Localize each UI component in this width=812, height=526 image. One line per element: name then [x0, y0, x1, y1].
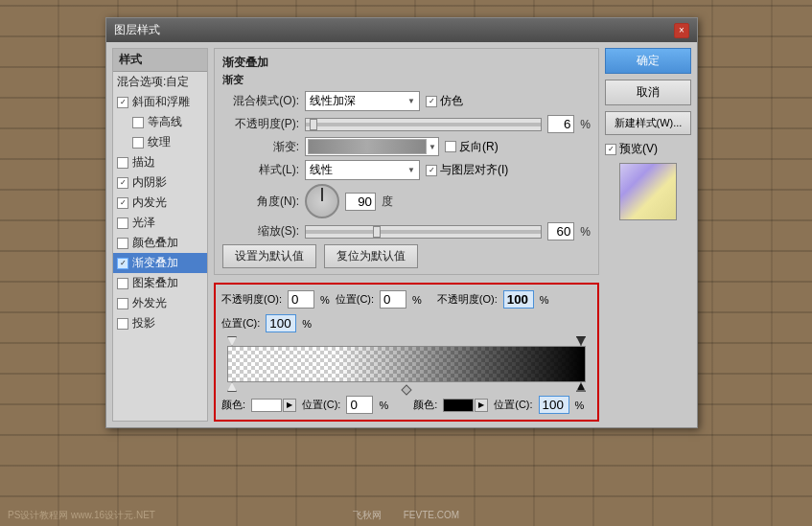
cancel-button[interactable]: 取消 — [605, 80, 691, 105]
grad-position-label-c1: 位置(C): — [336, 292, 374, 307]
grad-stop-bottom-right[interactable] — [576, 382, 586, 392]
grad-color-swatch2[interactable] — [443, 399, 474, 412]
drop-shadow-checkbox[interactable] — [117, 318, 128, 330]
style-value: 线性 — [310, 162, 333, 178]
grad-opacity-label1: 不透明度(O): — [221, 292, 282, 307]
sidebar-item-gradient-overlay[interactable]: 渐变叠加 — [113, 253, 207, 273]
angle-input[interactable]: 90 — [345, 193, 376, 211]
grad-bar-area — [227, 346, 586, 382]
sidebar-item-mixed[interactable]: 混合选项:自定 — [113, 72, 207, 92]
sidebar-item-drop-shadow[interactable]: 投影 — [113, 313, 207, 333]
subsection-title: 渐变 — [222, 73, 591, 87]
inner-glow-label: 内发光 — [132, 194, 167, 211]
grad-opacity-input-right[interactable]: 100 — [503, 290, 534, 309]
inner-shadow-label: 内阴影 — [132, 174, 167, 191]
blend-mode-dropdown[interactable]: 线性加深 ▼ — [305, 91, 420, 111]
new-style-button[interactable]: 新建样式(W)... — [605, 111, 691, 135]
mixed-label: 混合选项:自定 — [117, 74, 189, 90]
sidebar-item-texture[interactable]: 纹理 — [113, 132, 207, 152]
grad-color-label2: 颜色: — [413, 398, 437, 412]
reverse-label: 反向(R) — [459, 139, 499, 155]
bevel-label: 斜面和浮雕 — [132, 94, 190, 110]
gradient-overlay-checkbox[interactable] — [117, 258, 128, 269]
style-dropdown[interactable]: 线性 ▼ — [305, 160, 420, 180]
sidebar-item-contour[interactable]: 等高线 — [113, 112, 207, 132]
confirm-button[interactable]: 确定 — [605, 48, 691, 74]
button-row: 设置为默认值 复位为默认值 — [222, 244, 591, 268]
grad-position-input-b2[interactable]: 100 — [539, 396, 569, 414]
pattern-overlay-checkbox[interactable] — [117, 278, 128, 289]
sidebar-item-outer-glow[interactable]: 外发光 — [113, 293, 207, 313]
grad-opacity-input-left[interactable]: 0 — [288, 290, 314, 309]
gradient-selector[interactable]: ▼ — [305, 137, 439, 156]
outer-glow-checkbox[interactable] — [117, 298, 128, 309]
grad-stop-top-right[interactable] — [576, 336, 586, 346]
texture-label: 纹理 — [148, 134, 171, 150]
sidebar-item-color-overlay[interactable]: 颜色叠加 — [113, 233, 207, 253]
blend-mode-label: 混合模式(O): — [222, 93, 299, 109]
grad-color-arrow2[interactable]: ▶ — [475, 399, 488, 412]
sidebar-item-stroke[interactable]: 描边 — [113, 152, 207, 172]
grad-position-input-c1[interactable]: 0 — [380, 290, 406, 309]
satin-checkbox[interactable] — [117, 217, 128, 229]
sidebar-item-satin[interactable]: 光泽 — [113, 213, 207, 233]
sidebar-item-inner-shadow[interactable]: 内阴影 — [113, 172, 207, 193]
gradient-overlay-section: 渐变叠加 渐变 混合模式(O): 线性加深 ▼ 仿色 不透明度( — [214, 48, 599, 275]
contour-label: 等高线 — [148, 114, 182, 130]
reverse-checkbox[interactable] — [445, 141, 456, 152]
opacity-label: 不透明度(P): — [222, 116, 299, 132]
inner-glow-checkbox[interactable] — [117, 197, 128, 209]
right-panel: 确定 取消 新建样式(W)... 预览(V) — [605, 48, 691, 422]
grad-bottom-controls: 颜色: ▶ 位置(C): 0 % 颜色: ▶ 位置(C): 100 % — [221, 396, 592, 414]
gradient-preview — [308, 139, 427, 154]
align-checkbox[interactable] — [426, 165, 437, 176]
grad-position-input-b1[interactable]: 0 — [346, 396, 373, 414]
grad-top-controls: 不透明度(O): 0 % 位置(C): 0 % 不透明度(O): 100 % 位… — [221, 290, 592, 332]
inner-shadow-checkbox[interactable] — [117, 177, 128, 189]
sidebar-item-pattern-overlay[interactable]: 图案叠加 — [113, 273, 207, 293]
watermark-center: 飞秋网 FEVTE.COM — [0, 509, 812, 522]
grad-stop-bottom-left[interactable] — [227, 382, 237, 392]
main-panel: 渐变叠加 渐变 混合模式(O): 线性加深 ▼ 仿色 不透明度( — [214, 48, 599, 422]
grad-bar[interactable] — [227, 346, 586, 382]
scale-slider[interactable] — [305, 225, 542, 239]
preview-check-container: 预览(V) — [605, 141, 691, 157]
drop-shadow-label: 投影 — [132, 315, 155, 332]
simulate-checkbox[interactable] — [426, 96, 437, 107]
texture-checkbox[interactable] — [132, 137, 144, 149]
scale-track — [306, 230, 541, 234]
sidebar: 样式 混合选项:自定 斜面和浮雕 等高线 纹理 描边 — [112, 48, 208, 422]
sidebar-header: 样式 — [113, 49, 207, 72]
bevel-checkbox[interactable] — [117, 97, 128, 108]
scale-thumb[interactable] — [373, 226, 381, 238]
grad-position-input-c2[interactable]: 100 — [266, 314, 296, 332]
grad-position-label-c2: 位置(C): — [221, 316, 260, 331]
opacity-input[interactable]: 6 — [547, 115, 574, 133]
reset-default-button[interactable]: 复位为默认值 — [324, 244, 418, 268]
grad-position-unit-c1: % — [412, 294, 422, 306]
close-button[interactable]: × — [674, 23, 689, 38]
opacity-unit: % — [580, 118, 591, 131]
grad-opacity-unit1: % — [320, 294, 330, 306]
grad-color-swatch1-container: ▶ — [251, 399, 296, 412]
angle-dial[interactable] — [305, 184, 339, 218]
grad-color-swatch1[interactable] — [251, 399, 282, 412]
stroke-checkbox[interactable] — [117, 157, 128, 169]
color-overlay-checkbox[interactable] — [117, 238, 128, 249]
preview-checkbox[interactable] — [605, 144, 616, 155]
scale-input[interactable]: 60 — [547, 222, 574, 240]
opacity-slider[interactable] — [305, 118, 542, 131]
grad-color-arrow1[interactable]: ▶ — [283, 399, 296, 412]
contour-checkbox[interactable] — [132, 117, 144, 128]
angle-label: 角度(N): — [222, 194, 299, 210]
sidebar-item-inner-glow[interactable]: 内发光 — [113, 193, 207, 213]
opacity-thumb[interactable] — [310, 119, 317, 130]
sidebar-item-bevel[interactable]: 斜面和浮雕 — [113, 92, 207, 112]
grad-stop-top-left[interactable] — [227, 336, 237, 346]
set-default-button[interactable]: 设置为默认值 — [222, 244, 316, 268]
grad-top-stops — [227, 336, 586, 346]
blend-mode-row: 混合模式(O): 线性加深 ▼ 仿色 — [222, 91, 591, 111]
grad-position-unit-b2: % — [575, 400, 585, 411]
dialog-title: 图层样式 — [114, 22, 160, 38]
style-label: 样式(L): — [222, 162, 299, 178]
